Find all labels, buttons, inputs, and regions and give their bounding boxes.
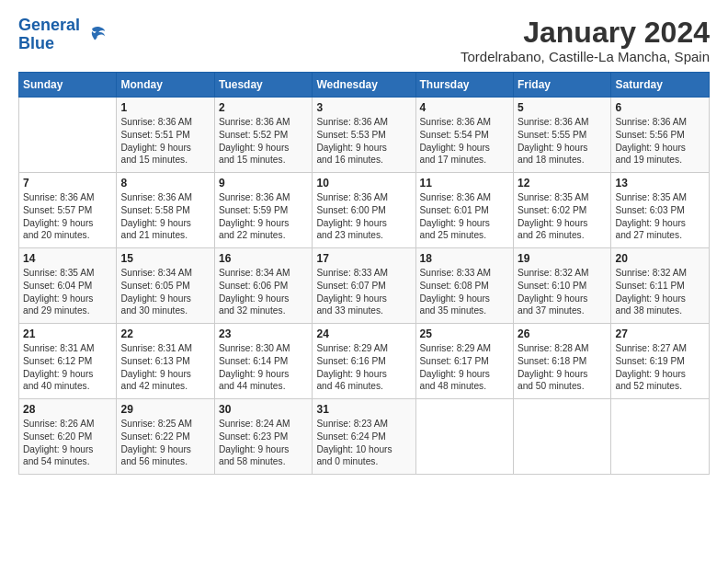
day-info: Sunrise: 8:36 AM Sunset: 5:55 PM Dayligh… xyxy=(518,116,607,167)
day-info: Sunrise: 8:34 AM Sunset: 6:06 PM Dayligh… xyxy=(219,267,308,317)
day-info: Sunrise: 8:35 AM Sunset: 6:02 PM Dayligh… xyxy=(518,191,607,242)
header-cell-wednesday: Wednesday xyxy=(313,73,415,98)
day-cell: 22Sunrise: 8:31 AM Sunset: 6:13 PM Dayli… xyxy=(117,324,214,399)
day-info: Sunrise: 8:35 AM Sunset: 6:04 PM Dayligh… xyxy=(23,267,112,317)
day-number: 2 xyxy=(219,101,308,114)
day-number: 13 xyxy=(615,177,705,190)
day-number: 5 xyxy=(518,101,607,114)
day-info: Sunrise: 8:31 AM Sunset: 6:13 PM Dayligh… xyxy=(120,342,210,393)
day-cell: 25Sunrise: 8:29 AM Sunset: 6:17 PM Dayli… xyxy=(415,324,513,399)
calendar-header: SundayMondayTuesdayWednesdayThursdayFrid… xyxy=(19,73,710,98)
logo-bird-icon xyxy=(82,22,108,48)
day-cell: 11Sunrise: 8:36 AM Sunset: 6:01 PM Dayli… xyxy=(415,173,513,248)
day-cell: 23Sunrise: 8:30 AM Sunset: 6:14 PM Dayli… xyxy=(214,324,312,399)
header-cell-sunday: Sunday xyxy=(19,73,117,98)
calendar-table: SundayMondayTuesdayWednesdayThursdayFrid… xyxy=(18,72,710,475)
day-cell: 31Sunrise: 8:23 AM Sunset: 6:24 PM Dayli… xyxy=(313,399,415,475)
day-info: Sunrise: 8:28 AM Sunset: 6:18 PM Dayligh… xyxy=(518,342,607,393)
day-info: Sunrise: 8:31 AM Sunset: 6:12 PM Dayligh… xyxy=(23,342,112,393)
header-cell-tuesday: Tuesday xyxy=(214,73,312,98)
day-number: 31 xyxy=(316,403,411,416)
day-cell: 18Sunrise: 8:33 AM Sunset: 6:08 PM Dayli… xyxy=(415,248,513,324)
page-container: GeneralBlue January 2024 Tordelrabano, C… xyxy=(0,0,728,484)
day-cell: 27Sunrise: 8:27 AM Sunset: 6:19 PM Dayli… xyxy=(611,324,710,399)
day-number: 3 xyxy=(316,101,411,114)
day-cell: 17Sunrise: 8:33 AM Sunset: 6:07 PM Dayli… xyxy=(313,248,415,324)
week-row-1: 1Sunrise: 8:36 AM Sunset: 5:51 PM Daylig… xyxy=(19,98,710,173)
header-cell-friday: Friday xyxy=(513,73,610,98)
subtitle: Tordelrabano, Castille-La Mancha, Spain xyxy=(461,49,710,64)
day-number: 20 xyxy=(615,252,705,265)
day-cell: 1Sunrise: 8:36 AM Sunset: 5:51 PM Daylig… xyxy=(117,98,214,173)
day-info: Sunrise: 8:36 AM Sunset: 5:54 PM Dayligh… xyxy=(420,116,509,167)
day-number: 14 xyxy=(23,252,112,265)
day-number: 30 xyxy=(219,403,308,416)
day-cell: 6Sunrise: 8:36 AM Sunset: 5:56 PM Daylig… xyxy=(611,98,710,173)
day-number: 7 xyxy=(23,177,112,190)
day-info: Sunrise: 8:36 AM Sunset: 5:53 PM Dayligh… xyxy=(316,116,411,167)
day-cell: 10Sunrise: 8:36 AM Sunset: 6:00 PM Dayli… xyxy=(313,173,415,248)
day-number: 21 xyxy=(23,327,112,340)
day-number: 8 xyxy=(120,177,210,190)
day-number: 24 xyxy=(316,327,411,340)
day-cell: 21Sunrise: 8:31 AM Sunset: 6:12 PM Dayli… xyxy=(19,324,117,399)
day-cell: 13Sunrise: 8:35 AM Sunset: 6:03 PM Dayli… xyxy=(611,173,710,248)
day-number: 6 xyxy=(615,101,705,114)
day-info: Sunrise: 8:36 AM Sunset: 5:59 PM Dayligh… xyxy=(219,191,308,242)
day-cell: 29Sunrise: 8:25 AM Sunset: 6:22 PM Dayli… xyxy=(117,399,214,475)
header-cell-saturday: Saturday xyxy=(611,73,710,98)
day-info: Sunrise: 8:36 AM Sunset: 5:52 PM Dayligh… xyxy=(219,116,308,167)
title-block: January 2024 Tordelrabano, Castille-La M… xyxy=(461,17,710,64)
day-info: Sunrise: 8:25 AM Sunset: 6:22 PM Dayligh… xyxy=(120,418,210,468)
day-cell: 19Sunrise: 8:32 AM Sunset: 6:10 PM Dayli… xyxy=(513,248,610,324)
header-cell-thursday: Thursday xyxy=(415,73,513,98)
day-info: Sunrise: 8:36 AM Sunset: 5:56 PM Dayligh… xyxy=(615,116,705,167)
day-number: 1 xyxy=(120,101,210,114)
day-info: Sunrise: 8:32 AM Sunset: 6:11 PM Dayligh… xyxy=(615,267,705,317)
header-row: SundayMondayTuesdayWednesdayThursdayFrid… xyxy=(19,73,710,98)
day-info: Sunrise: 8:27 AM Sunset: 6:19 PM Dayligh… xyxy=(615,342,705,393)
day-number: 15 xyxy=(120,252,210,265)
day-cell xyxy=(611,399,710,475)
day-info: Sunrise: 8:36 AM Sunset: 6:00 PM Dayligh… xyxy=(316,191,411,242)
day-cell xyxy=(415,399,513,475)
day-info: Sunrise: 8:35 AM Sunset: 6:03 PM Dayligh… xyxy=(615,191,705,242)
day-number: 28 xyxy=(23,403,112,416)
day-cell: 7Sunrise: 8:36 AM Sunset: 5:57 PM Daylig… xyxy=(19,173,117,248)
day-info: Sunrise: 8:36 AM Sunset: 6:01 PM Dayligh… xyxy=(420,191,509,242)
header: GeneralBlue January 2024 Tordelrabano, C… xyxy=(18,17,710,64)
day-cell: 9Sunrise: 8:36 AM Sunset: 5:59 PM Daylig… xyxy=(214,173,312,248)
week-row-3: 14Sunrise: 8:35 AM Sunset: 6:04 PM Dayli… xyxy=(19,248,710,324)
day-info: Sunrise: 8:36 AM Sunset: 5:58 PM Dayligh… xyxy=(120,191,210,242)
day-info: Sunrise: 8:24 AM Sunset: 6:23 PM Dayligh… xyxy=(219,418,308,468)
day-cell: 5Sunrise: 8:36 AM Sunset: 5:55 PM Daylig… xyxy=(513,98,610,173)
day-cell: 12Sunrise: 8:35 AM Sunset: 6:02 PM Dayli… xyxy=(513,173,610,248)
day-number: 27 xyxy=(615,327,705,340)
day-number: 22 xyxy=(120,327,210,340)
day-cell: 24Sunrise: 8:29 AM Sunset: 6:16 PM Dayli… xyxy=(313,324,415,399)
day-number: 16 xyxy=(219,252,308,265)
day-cell: 4Sunrise: 8:36 AM Sunset: 5:54 PM Daylig… xyxy=(415,98,513,173)
day-number: 26 xyxy=(518,327,607,340)
day-cell xyxy=(19,98,117,173)
day-number: 10 xyxy=(316,177,411,190)
day-cell: 26Sunrise: 8:28 AM Sunset: 6:18 PM Dayli… xyxy=(513,324,610,399)
main-title: January 2024 xyxy=(461,17,710,49)
day-cell: 2Sunrise: 8:36 AM Sunset: 5:52 PM Daylig… xyxy=(214,98,312,173)
day-info: Sunrise: 8:29 AM Sunset: 6:17 PM Dayligh… xyxy=(420,342,509,393)
calendar-body: 1Sunrise: 8:36 AM Sunset: 5:51 PM Daylig… xyxy=(19,98,710,475)
day-info: Sunrise: 8:34 AM Sunset: 6:05 PM Dayligh… xyxy=(120,267,210,317)
day-info: Sunrise: 8:36 AM Sunset: 5:51 PM Dayligh… xyxy=(120,116,210,167)
day-info: Sunrise: 8:26 AM Sunset: 6:20 PM Dayligh… xyxy=(23,418,112,468)
header-cell-monday: Monday xyxy=(117,73,214,98)
day-number: 9 xyxy=(219,177,308,190)
day-cell: 8Sunrise: 8:36 AM Sunset: 5:58 PM Daylig… xyxy=(117,173,214,248)
week-row-4: 21Sunrise: 8:31 AM Sunset: 6:12 PM Dayli… xyxy=(19,324,710,399)
week-row-2: 7Sunrise: 8:36 AM Sunset: 5:57 PM Daylig… xyxy=(19,173,710,248)
day-cell: 20Sunrise: 8:32 AM Sunset: 6:11 PM Dayli… xyxy=(611,248,710,324)
day-info: Sunrise: 8:29 AM Sunset: 6:16 PM Dayligh… xyxy=(316,342,411,393)
logo-text: GeneralBlue xyxy=(18,17,80,53)
day-cell xyxy=(513,399,610,475)
day-cell: 16Sunrise: 8:34 AM Sunset: 6:06 PM Dayli… xyxy=(214,248,312,324)
logo: GeneralBlue xyxy=(18,17,108,53)
